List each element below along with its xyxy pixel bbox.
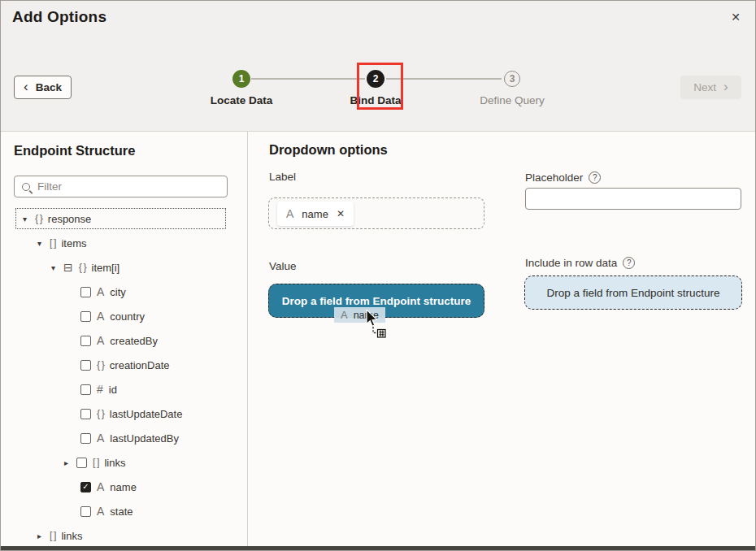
step-3-label[interactable]: Define Query xyxy=(463,94,561,106)
checkbox[interactable] xyxy=(80,360,91,371)
tree-item-name[interactable]: ✓ A name xyxy=(14,475,228,499)
chevron-left-icon: ‹ xyxy=(24,80,28,93)
tree-item-label: links xyxy=(61,530,82,542)
tree-item-label: id xyxy=(109,384,117,396)
object-type-icon: { } xyxy=(97,359,104,371)
string-type-icon: A xyxy=(286,207,293,220)
help-icon[interactable]: ? xyxy=(623,257,635,269)
stepper-connector xyxy=(251,78,365,80)
placeholder-field-label: Placeholder ? xyxy=(525,171,601,184)
array-type-icon: [ ] xyxy=(50,237,55,249)
checkbox-checked[interactable]: ✓ xyxy=(80,482,91,492)
include-drop-zone-text: Drop a field from Endpoint structure xyxy=(546,287,719,299)
value-drop-zone-text: Drop a field from Endpoint structure xyxy=(282,295,471,307)
help-icon[interactable]: ? xyxy=(589,171,601,184)
placeholder-input[interactable] xyxy=(525,188,741,210)
object-type-icon: { } xyxy=(97,408,104,419)
step-1-circle[interactable]: 1 xyxy=(232,70,250,88)
tree-item-label: state xyxy=(110,505,133,518)
step-2-label[interactable]: Bind Data xyxy=(327,94,424,106)
string-type-icon: A xyxy=(97,432,104,445)
back-button-label: Back xyxy=(36,81,62,93)
chip-label: name xyxy=(302,208,328,220)
drag-cursor-icon xyxy=(365,310,391,339)
label-field-label: Label xyxy=(269,171,296,183)
step-2-circle[interactable]: 2 xyxy=(367,70,385,88)
checkbox[interactable] xyxy=(80,433,91,444)
next-button-label: Next xyxy=(693,81,716,93)
filter-input[interactable] xyxy=(37,180,219,193)
value-field-label: Value xyxy=(269,260,297,272)
tree-item-label: item[i] xyxy=(92,262,120,274)
tree-item-label: items xyxy=(61,237,86,249)
tree-item-creationdate[interactable]: { } creationDate xyxy=(14,353,228,377)
endpoint-tree: ▾ { } response ▾ [ ] items ▾ ⊟ { } item[… xyxy=(14,206,228,548)
check-icon: ✓ xyxy=(82,483,89,491)
endpoint-structure-panel: Endpoint Structure ▾ { } response ▾ [ ] … xyxy=(1,132,248,546)
filter-field[interactable] xyxy=(14,176,228,197)
remove-chip-icon[interactable]: ✕ xyxy=(337,208,345,219)
tree-item-lastupdatedby[interactable]: A lastUpdatedBy xyxy=(14,426,228,450)
tree-item-label: response xyxy=(48,213,91,225)
tree-item-label: city xyxy=(110,286,126,298)
stepper-connector xyxy=(386,78,502,80)
tree-item-label: country xyxy=(110,310,145,323)
tree-item-response[interactable]: ▾ { } response xyxy=(14,206,228,231)
string-type-icon: A xyxy=(97,480,104,493)
checkbox[interactable] xyxy=(80,311,91,322)
tree-item-state[interactable]: A state xyxy=(14,499,228,523)
caret-right-icon[interactable]: ▸ xyxy=(35,531,44,540)
caret-down-icon[interactable]: ▾ xyxy=(49,263,58,272)
checkbox[interactable] xyxy=(80,409,91,419)
endpoint-structure-title: Endpoint Structure xyxy=(14,143,135,158)
tree-item-label: name xyxy=(110,481,137,493)
dialog-bottom-edge xyxy=(1,546,755,550)
tree-item-id[interactable]: # id xyxy=(14,377,228,401)
object-type-icon: { } xyxy=(79,262,86,273)
step-3-circle[interactable]: 3 xyxy=(504,71,520,87)
caret-down-icon[interactable]: ▾ xyxy=(20,215,29,223)
string-type-icon: A xyxy=(97,334,104,347)
include-drop-zone[interactable]: Drop a field from Endpoint structure xyxy=(524,276,742,310)
checkbox[interactable] xyxy=(80,336,91,346)
string-type-icon: A xyxy=(97,285,104,298)
tree-item-items[interactable]: ▾ [ ] items xyxy=(14,231,228,255)
close-icon[interactable]: ✕ xyxy=(728,9,744,25)
array-type-icon: [ ] xyxy=(93,457,98,468)
back-button[interactable]: ‹ Back xyxy=(14,76,72,99)
object-type-icon: { } xyxy=(35,213,42,224)
tree-item-createdby[interactable]: A createdBy xyxy=(14,328,228,353)
checkbox[interactable] xyxy=(80,384,91,395)
dropdown-options-title: Dropdown options xyxy=(269,142,388,158)
caret-right-icon[interactable]: ▸ xyxy=(62,458,71,467)
label-drop-zone[interactable]: A name ✕ xyxy=(268,197,484,229)
add-options-dialog: Add Options ✕ ‹ Back Next › 1 2 3 Locate… xyxy=(0,0,756,551)
string-type-icon: A xyxy=(97,310,104,323)
checkbox[interactable] xyxy=(76,458,87,468)
dialog-content: Endpoint Structure ▾ { } response ▾ [ ] … xyxy=(1,132,755,546)
tree-item-links-inner[interactable]: ▸ [ ] links xyxy=(14,450,228,475)
collapse-icon[interactable]: ⊟ xyxy=(63,261,73,274)
string-type-icon: A xyxy=(341,309,348,321)
checkbox[interactable] xyxy=(80,506,91,517)
checkbox[interactable] xyxy=(80,287,91,297)
tree-item-links-outer[interactable]: ▸ [ ] links xyxy=(14,523,228,548)
chevron-right-icon: › xyxy=(723,80,728,93)
dropdown-options-panel: Dropdown options Label A name ✕ Placehol… xyxy=(248,132,755,546)
tree-item-label: creationDate xyxy=(110,359,170,371)
tree-item-label: lastUpdateDate xyxy=(110,408,183,420)
tree-item-label: createdBy xyxy=(110,335,158,347)
label-field-chip[interactable]: A name ✕ xyxy=(277,202,354,226)
dialog-title: Add Options xyxy=(12,8,106,26)
tree-item-lastupdatedate[interactable]: { } lastUpdateDate xyxy=(14,401,228,426)
tree-item-country[interactable]: A country xyxy=(14,304,228,328)
tree-item-city[interactable]: A city xyxy=(14,280,228,304)
tree-item-label: lastUpdatedBy xyxy=(110,432,179,445)
include-field-label: Include in row data ? xyxy=(525,257,635,269)
tree-item-item-i[interactable]: ▾ ⊟ { } item[i] xyxy=(14,255,228,280)
step-1-label[interactable]: Locate Data xyxy=(193,94,290,106)
tree-item-label: links xyxy=(104,457,125,469)
caret-down-icon[interactable]: ▾ xyxy=(35,239,44,248)
string-type-icon: A xyxy=(97,505,104,518)
next-button[interactable]: Next › xyxy=(680,76,741,99)
